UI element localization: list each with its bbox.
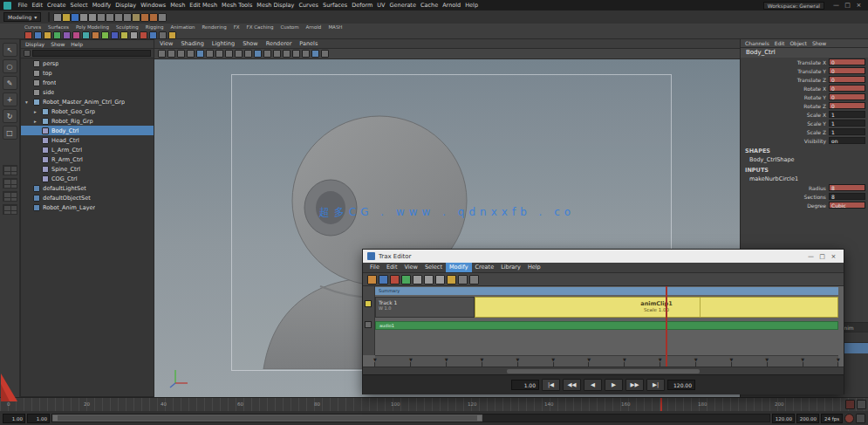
time-slider-playhead[interactable] <box>660 398 662 412</box>
range-left-handle[interactable] <box>53 415 58 421</box>
shelf-tab-curves[interactable]: Curves <box>24 24 41 30</box>
channel-value-field[interactable]: on <box>829 137 865 144</box>
trax-playhead[interactable] <box>666 286 667 367</box>
trax-menu-edit[interactable]: Edit <box>383 263 401 272</box>
poly-gear-icon[interactable] <box>111 31 119 39</box>
viewport-toolbar-icon-8[interactable] <box>225 50 233 58</box>
outliner-item-robot-anim-layer[interactable]: Robot_Anim_Layer <box>21 202 154 212</box>
viewport-toolbar-icon-11[interactable] <box>254 50 262 58</box>
create-clip-icon[interactable] <box>367 275 377 284</box>
workspace-selector[interactable]: Workspace: General <box>763 2 824 10</box>
channel-value-field[interactable]: 0 <box>829 93 865 100</box>
channel-box-menu-show[interactable]: Show <box>812 40 826 46</box>
render-settings-icon[interactable] <box>158 13 167 22</box>
poly-cube-icon[interactable] <box>53 31 61 39</box>
rotate-tool[interactable]: ↻ <box>3 109 17 123</box>
minimize-button[interactable]: — <box>830 2 842 9</box>
playback-options-button[interactable] <box>857 400 866 409</box>
menu-windows[interactable]: Windows <box>139 2 168 9</box>
channel-box-menu-object[interactable]: Object <box>789 40 807 46</box>
sculpt-tool-icon[interactable] <box>140 31 147 39</box>
menu-mesh[interactable]: Mesh <box>168 2 188 9</box>
outliner-item-side[interactable]: side <box>21 87 154 97</box>
maximize-button[interactable]: □ <box>842 2 853 9</box>
play-forward-button[interactable]: ▶ <box>605 379 623 391</box>
audio-state-icon[interactable] <box>365 321 372 328</box>
paint-select-tool[interactable]: ✎ <box>3 76 17 90</box>
playback-end-field[interactable]: 120.00 <box>772 414 795 423</box>
trax-menu-view[interactable]: View <box>400 263 420 272</box>
menu-display[interactable]: Display <box>113 2 139 9</box>
render-icon[interactable] <box>140 13 149 22</box>
shelf-tab-animation[interactable]: Animation <box>171 24 195 30</box>
ipr-render-icon[interactable] <box>149 13 158 22</box>
menu-modify[interactable]: Modify <box>90 2 113 9</box>
outliner-menu-show[interactable]: Show <box>51 41 65 47</box>
undo-icon[interactable] <box>79 13 88 22</box>
layout-button-2[interactable] <box>3 178 17 189</box>
close-button[interactable]: × <box>853 2 865 9</box>
frame-all-icon[interactable] <box>424 275 434 284</box>
viewport-menu-panels[interactable]: Panels <box>299 40 318 47</box>
current-frame-field[interactable]: 1.00 <box>511 380 539 390</box>
step-back-key-button[interactable]: ◀◀ <box>563 379 581 391</box>
create-blend-icon[interactable] <box>379 275 388 284</box>
type-tool-icon[interactable] <box>168 31 176 39</box>
outliner-item-defaultlightset[interactable]: defaultLightSet <box>21 183 154 193</box>
open-scene-icon[interactable] <box>62 13 71 22</box>
outliner-search-input[interactable] <box>32 50 151 57</box>
viewport-toolbar-icon-13[interactable] <box>273 50 281 58</box>
animation-start-field[interactable]: 1.00 <box>3 414 25 423</box>
outliner-menu-help[interactable]: Help <box>71 41 83 47</box>
lasso-tool[interactable]: ○ <box>3 59 17 73</box>
menu-file[interactable]: File <box>16 2 30 9</box>
channel-box-node-name[interactable]: Body_Ctrl <box>741 48 868 58</box>
trax-track-area[interactable]: Summary Track 1 W 1.0 animClip1 Scale 1.… <box>363 286 844 367</box>
menu-mesh-tools[interactable]: Mesh Tools <box>220 2 255 9</box>
playback-start-field[interactable]: 1.00 <box>27 414 50 423</box>
outliner-item-persp[interactable]: persp <box>21 58 154 68</box>
track-state-icon[interactable] <box>365 300 372 307</box>
super-ellipse-icon[interactable] <box>130 31 138 39</box>
outliner-item-cog-ctrl[interactable]: COG_Ctrl <box>21 174 154 183</box>
step-forward-key-button[interactable]: ▶▶ <box>625 379 644 391</box>
animation-preferences-button[interactable] <box>856 414 865 423</box>
channel-box-menu-edit[interactable]: Edit <box>775 40 785 46</box>
shelf-tab-rigging[interactable]: Rigging <box>146 24 164 30</box>
outliner-item-head-ctrl[interactable]: Head_Ctrl <box>21 135 154 145</box>
summary-track[interactable]: Summary <box>375 287 838 295</box>
key-into-clip-icon[interactable] <box>390 275 400 284</box>
save-scene-icon[interactable] <box>71 13 79 22</box>
end-frame-field[interactable]: 120.00 <box>667 380 695 390</box>
menu-cache[interactable]: Cache <box>418 2 440 9</box>
poly-cone-icon[interactable] <box>92 31 99 39</box>
step-back-frame-button[interactable]: ◀ <box>584 379 602 391</box>
viewport-toolbar-icon-3[interactable] <box>177 50 185 58</box>
shelf-tab-custom[interactable]: Custom <box>280 24 298 30</box>
snap-curve-icon[interactable] <box>106 13 114 22</box>
outliner-menu-display[interactable]: Display <box>25 41 44 47</box>
new-scene-icon[interactable] <box>53 13 62 22</box>
viewport-toolbar-icon-17[interactable] <box>311 50 319 58</box>
trax-menu-file[interactable]: File <box>366 263 383 272</box>
channel-value-field[interactable]: 8 <box>829 193 865 200</box>
viewport-toolbar-icon-6[interactable] <box>206 50 214 58</box>
viewport-menu-renderer[interactable]: Renderer <box>266 40 292 47</box>
menu-edit-mesh[interactable]: Edit Mesh <box>188 2 220 9</box>
trax-horizontal-scrollbar[interactable] <box>363 367 844 374</box>
track-header[interactable]: Track 1 W 1.0 <box>375 297 475 318</box>
viewport-menu-shading[interactable]: Shading <box>181 40 203 47</box>
export-clip-icon[interactable] <box>458 275 468 284</box>
viewport-toolbar-icon-16[interactable] <box>302 50 310 58</box>
auto-key-button[interactable] <box>844 414 854 423</box>
channel-value-field[interactable]: 1 <box>829 120 865 127</box>
trax-minimize-button[interactable]: — <box>805 253 817 260</box>
channel-value-field[interactable]: 0 <box>829 85 865 92</box>
poly-disc-icon[interactable] <box>101 31 109 39</box>
menu-arnold[interactable]: Arnold <box>441 2 463 9</box>
range-slider-handle-bar[interactable] <box>52 415 482 422</box>
menu-uv[interactable]: UV <box>375 2 387 9</box>
clip-library-icon[interactable] <box>447 275 456 284</box>
viewport-menu-show[interactable]: Show <box>243 40 258 47</box>
menu-help[interactable]: Help <box>463 2 481 9</box>
